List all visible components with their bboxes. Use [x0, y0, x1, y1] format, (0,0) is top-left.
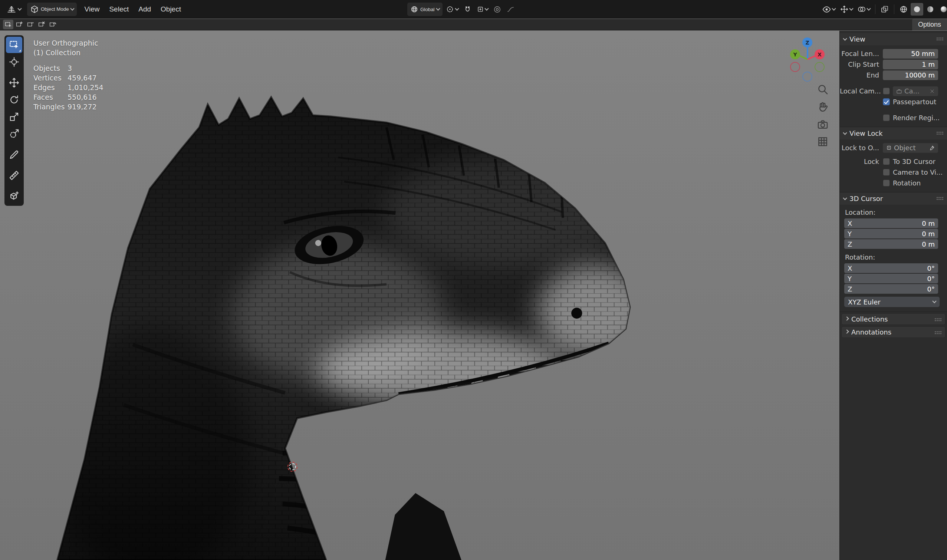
tool-move[interactable]	[6, 75, 22, 91]
panel-3d-cursor-header[interactable]: 3D Cursor	[840, 192, 947, 205]
panel-grip-icon[interactable]	[936, 132, 943, 135]
tool-cursor[interactable]	[6, 54, 22, 70]
proportional-edit-toggle[interactable]	[491, 3, 504, 15]
tool-scale[interactable]	[6, 109, 22, 125]
shading-rendered-button[interactable]	[937, 3, 947, 15]
editor-type-selector[interactable]	[4, 3, 24, 16]
passepartout-row: Passepartout	[840, 97, 947, 107]
lock-rotation-row: Rotation	[840, 178, 947, 188]
render-region-checkbox[interactable]	[883, 114, 890, 121]
cursor-rotation-x-field[interactable]: X 0°	[844, 263, 938, 273]
chevron-down-icon	[843, 196, 847, 200]
shading-wireframe-button[interactable]	[897, 3, 910, 15]
select-mode-intersect-button[interactable]	[48, 20, 58, 29]
cursor-3d[interactable]	[288, 462, 297, 472]
globe-icon	[410, 5, 419, 13]
solid-sphere-icon	[913, 5, 921, 14]
navigation-gizmo[interactable]: Z Y X	[784, 35, 832, 83]
panel-collections-header[interactable]: Collections	[841, 313, 945, 325]
object-data-icon	[886, 145, 892, 151]
gizmo-axis-x[interactable]: X	[815, 49, 825, 59]
overlays-dropdown[interactable]	[855, 3, 872, 15]
cursor-location-z-field[interactable]: Z 0 m	[844, 239, 938, 249]
tool-settings-bar: Options	[0, 19, 947, 31]
xray-toggle[interactable]	[878, 3, 891, 15]
snap-toggle[interactable]	[462, 3, 474, 15]
gizmo-axis-x-neg[interactable]	[790, 62, 800, 72]
cursor-rotation-y-field[interactable]: Y 0°	[844, 274, 938, 283]
select-mode-subtract-button[interactable]	[25, 20, 35, 29]
add-cube-icon	[9, 191, 20, 202]
mode-dropdown[interactable]: Object Mode	[27, 3, 77, 16]
divider	[875, 5, 875, 14]
panel-view-header[interactable]: View	[840, 33, 947, 45]
snap-settings-dropdown[interactable]	[475, 3, 490, 15]
sidebar-n-panel: View Focal Len... 50 mm Clip Start 1 m E…	[839, 31, 947, 560]
menu-add[interactable]: Add	[134, 3, 156, 16]
select-mode-extend-button[interactable]	[14, 20, 25, 29]
camera-data-icon	[896, 88, 902, 94]
transform-controls: Global	[407, 0, 517, 18]
eyedropper-icon[interactable]	[929, 145, 935, 151]
panel-grip-icon[interactable]	[935, 331, 941, 334]
gizmo-axis-y-neg[interactable]	[815, 62, 825, 72]
tool-transform[interactable]	[6, 126, 22, 142]
chevron-down-icon	[867, 6, 871, 11]
shading-material-button[interactable]	[924, 3, 936, 15]
panel-grip-icon[interactable]	[936, 197, 943, 200]
menu-view[interactable]: View	[80, 3, 105, 16]
panel-annotations-header[interactable]: Annotations	[841, 326, 945, 338]
clip-end-field[interactable]: 10000 m	[883, 71, 938, 80]
camera-view-button[interactable]	[815, 117, 830, 132]
gizmo-axis-y[interactable]: Y	[790, 49, 800, 59]
gizmos-dropdown[interactable]	[838, 3, 855, 15]
clip-start-field[interactable]: 1 m	[883, 60, 938, 69]
panel-grip-icon[interactable]	[936, 37, 943, 40]
panel-title: View Lock	[850, 129, 882, 137]
pivot-point-dropdown[interactable]	[443, 3, 460, 15]
select-mode-new-button[interactable]	[3, 20, 13, 29]
viewport-3d[interactable]: User Orthographic (1) Collection Objects…	[0, 31, 839, 560]
proportional-falloff-dropdown[interactable]	[505, 3, 517, 15]
select-mode-invert-button[interactable]	[36, 20, 47, 29]
lock-to-3d-cursor-checkbox[interactable]	[883, 158, 890, 165]
visibility-dropdown[interactable]	[820, 3, 837, 15]
gizmo-axis-z[interactable]: Z	[802, 37, 812, 48]
camera-to-view-checkbox[interactable]	[883, 169, 890, 176]
clear-x-icon[interactable]	[930, 89, 935, 94]
ortho-toggle-button[interactable]	[815, 134, 830, 149]
menu-object[interactable]: Object	[156, 3, 186, 16]
gizmo-axis-z-neg[interactable]	[802, 72, 812, 82]
pan-button[interactable]	[815, 99, 830, 114]
focal-length-field[interactable]: 50 mm	[883, 49, 938, 58]
crocodile-model[interactable]	[0, 31, 839, 560]
rotation-mode-dropdown[interactable]: XYZ Euler	[844, 297, 939, 307]
orientation-label: Global	[420, 7, 435, 12]
local-camera-checkbox[interactable]	[883, 88, 890, 95]
tool-select-box[interactable]	[6, 37, 22, 53]
shading-solid-button[interactable]	[911, 3, 923, 15]
cursor-location-y-field[interactable]: Y 0 m	[844, 229, 938, 238]
zoom-button[interactable]	[815, 82, 830, 97]
chevron-down-icon	[832, 6, 836, 11]
passepartout-checkbox[interactable]	[883, 98, 890, 105]
lock-to-object-field[interactable]: Object	[883, 143, 938, 153]
lock-rotation-checkbox[interactable]	[883, 180, 890, 186]
proportional-edit-icon	[493, 5, 502, 14]
tool-rotate[interactable]	[6, 92, 22, 108]
tool-measure[interactable]	[6, 167, 22, 183]
options-button[interactable]: Options	[912, 19, 947, 31]
chevron-down-icon	[843, 131, 847, 135]
cursor-3d-inner-ring	[289, 463, 296, 470]
panel-grip-icon[interactable]	[935, 318, 941, 321]
tool-add-cube[interactable]	[6, 188, 22, 205]
menu-select[interactable]: Select	[104, 3, 134, 16]
local-camera-field[interactable]: Ca...	[893, 86, 938, 96]
cursor-location-x-field[interactable]: X 0 m	[844, 218, 938, 228]
tool-annotate[interactable]	[6, 146, 22, 163]
orientation-dropdown[interactable]: Global	[407, 3, 442, 16]
panel-view-lock-header[interactable]: View Lock	[840, 127, 947, 140]
top-header: Object Mode View Select Add Object Globa…	[0, 0, 947, 18]
cursor-rotation-z-field[interactable]: Z 0°	[844, 284, 938, 294]
measure-tool-icon	[9, 170, 20, 181]
